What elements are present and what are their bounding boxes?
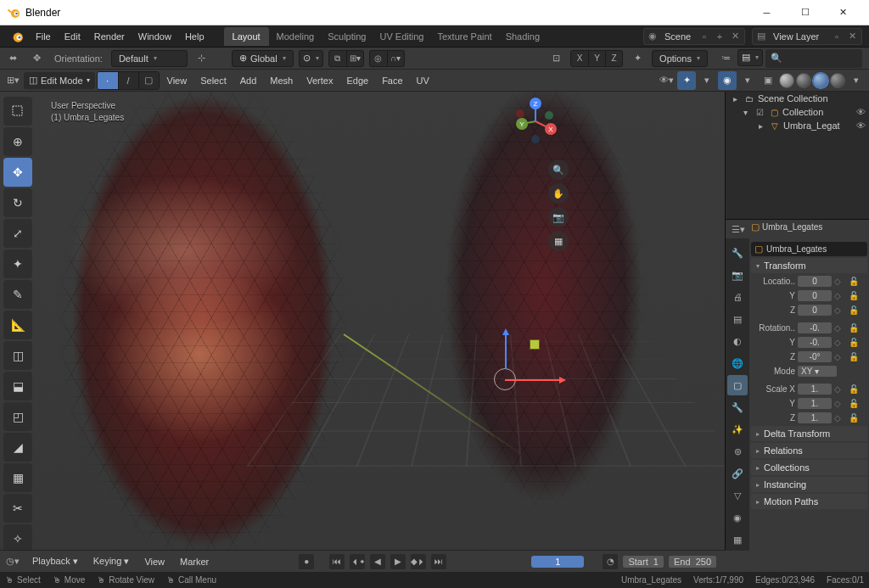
perspective-toggle-icon[interactable]: ▦ (548, 231, 569, 251)
bevel-tool[interactable]: ◢ (3, 433, 32, 462)
mode-selector[interactable]: ◫ Edit Mode ▾ (24, 72, 95, 89)
props-tab-object[interactable]: ▢ (727, 375, 748, 395)
viewlayer-delete-icon[interactable]: ✕ (844, 29, 860, 44)
select-box-tool[interactable] (3, 97, 32, 126)
visibility-eye-icon[interactable]: 👁 (856, 120, 866, 131)
workspace-tab-uvediting[interactable]: UV Editing (373, 25, 430, 48)
lock-icon[interactable]: 🔓 (849, 277, 861, 286)
keyframe-icon[interactable]: ◇ (834, 277, 846, 286)
jump-start-icon[interactable]: ⏮ (329, 554, 345, 569)
pan-icon[interactable]: ✋ (548, 183, 569, 204)
rotation-x-input[interactable]: -0. (798, 322, 832, 333)
scene-delete-icon[interactable]: ✕ (727, 29, 743, 44)
header-edge-menu[interactable]: Edge (340, 70, 374, 91)
shading-wireframe-icon[interactable] (779, 73, 794, 88)
lock-icon[interactable]: 🔓 (849, 399, 861, 408)
playback-menu[interactable]: Playback ▾ (27, 556, 83, 567)
props-tab-data[interactable]: ▽ (727, 485, 748, 506)
header-add-menu[interactable]: Add (234, 70, 263, 91)
keyframe-icon[interactable]: ◇ (834, 323, 846, 333)
lock-icon[interactable]: 🔓 (849, 384, 861, 394)
transform-tool[interactable]: ✦ (3, 249, 32, 278)
end-frame-input[interactable]: End 250 (669, 556, 716, 568)
outliner-display-dropdown[interactable]: ▤ (737, 49, 763, 66)
shading-solid-icon[interactable] (796, 73, 811, 88)
edge-select-icon[interactable]: / (118, 72, 138, 89)
drag-tool-icon[interactable]: ⊹ (193, 49, 211, 68)
orientation-dropdown[interactable]: Default (111, 50, 188, 67)
jump-end-icon[interactable]: ⏭ (431, 554, 446, 569)
header-uv-menu[interactable]: UV (411, 70, 435, 91)
outliner-scene-row[interactable]: ▸ 🗀 Scene Collection (726, 92, 869, 105)
workspace-tab-texturepaint[interactable]: Texture Paint (430, 25, 498, 48)
props-object-pill[interactable]: ▢ Umbra_Legates (751, 221, 866, 237)
tool-drag-icon[interactable]: ⬌ (3, 49, 22, 68)
workspace-tab-shading[interactable]: Shading (499, 25, 547, 48)
location-z-input[interactable]: 0 (798, 305, 832, 316)
search-icon[interactable]: 🔍 (765, 49, 862, 68)
pivot-dropdown[interactable]: ⊙ (299, 50, 323, 67)
editortype-icon[interactable]: ⊞▾ (3, 71, 22, 90)
snap-group[interactable]: ⧉ ⊞▾ (328, 50, 364, 67)
keyframe-prev-icon[interactable]: ⏴◆ (350, 554, 365, 569)
transform-orientation-dropdown[interactable]: ⊕Global (232, 50, 294, 67)
scale-x-input[interactable]: 1. (798, 384, 832, 395)
keyframe-icon[interactable]: ◇ (834, 413, 846, 423)
rotate-tool[interactable]: ↻ (3, 188, 32, 217)
camera-icon[interactable]: 📷 (548, 207, 569, 227)
gizmo-x-axis[interactable] (505, 379, 564, 381)
xray-icon[interactable]: ▣ (759, 71, 777, 90)
outliner-editortype-icon[interactable]: ≔ (716, 49, 735, 68)
props-data-pill[interactable]: ▢ Umbra_Legates (751, 242, 867, 256)
keyframe-icon[interactable]: ◇ (834, 291, 846, 300)
keyframe-icon[interactable]: ◇ (834, 399, 846, 408)
zoom-icon[interactable]: 🔍 (548, 160, 569, 180)
overlay-toggle-icon[interactable]: ◉ (718, 71, 737, 90)
workspace-tab-modeling[interactable]: Modeling (270, 25, 322, 48)
lock-icon[interactable]: 🔓 (849, 338, 861, 347)
keyframe-icon[interactable]: ◇ (834, 305, 846, 315)
workspace-tab-sculpting[interactable]: Sculpting (321, 25, 373, 48)
timeline-marker-menu[interactable]: Marker (175, 557, 214, 567)
inset-tool[interactable]: ◰ (3, 402, 32, 431)
instancing-panel[interactable]: Instancing (751, 477, 867, 492)
automerge-icon[interactable]: ✦ (628, 49, 647, 68)
header-mesh-menu[interactable]: Mesh (264, 70, 299, 91)
menu-edit[interactable]: Edit (58, 25, 87, 47)
header-select-menu[interactable]: Select (194, 70, 233, 91)
tool-move-icon[interactable]: ✥ (27, 49, 46, 68)
play-icon[interactable]: ▶ (390, 554, 406, 569)
play-reverse-icon[interactable]: ◀ (370, 554, 385, 569)
lock-icon[interactable]: 🔓 (849, 413, 861, 423)
disclosure-icon[interactable]: ▾ (739, 108, 751, 117)
snap-toggle-icon[interactable]: ⧉ (329, 51, 346, 66)
props-tab-render[interactable]: 📷 (727, 265, 748, 285)
header-view-menu[interactable]: View (161, 70, 193, 91)
preview-range-icon[interactable]: ◔ (603, 554, 618, 569)
knife-tool[interactable]: ✂ (3, 494, 32, 523)
props-tab-world[interactable]: 🌐 (727, 353, 748, 373)
face-select-icon[interactable]: ▢ (138, 72, 159, 89)
props-tab-particles[interactable]: ✨ (727, 419, 748, 440)
props-tab-modifiers[interactable]: 🔧 (727, 397, 748, 417)
lock-icon[interactable]: 🔓 (849, 323, 861, 333)
viewlayer-selector[interactable]: ▤ View Layer ▫ ✕ (752, 28, 862, 45)
keying-menu[interactable]: Keying ▾ (88, 556, 135, 567)
keyframe-next-icon[interactable]: ◆⏵ (411, 554, 426, 569)
transform-panel-header[interactable]: Transform (751, 258, 867, 273)
collections-panel[interactable]: Collections (751, 460, 867, 475)
window-close-button[interactable]: ✕ (824, 0, 862, 25)
window-minimize-button[interactable]: ─ (748, 0, 786, 25)
timeline-editortype-icon[interactable]: ◷▾ (3, 552, 22, 571)
proportional-type-icon[interactable]: ∩▾ (387, 51, 404, 66)
props-tab-scene[interactable]: ◐ (727, 331, 748, 351)
menu-help[interactable]: Help (178, 25, 211, 47)
scene-browse-icon[interactable]: ▫ (697, 29, 712, 44)
proportional-group[interactable]: ◎ ∩▾ (369, 50, 405, 67)
loopcut-tool[interactable]: ▦ (3, 463, 32, 492)
scale-y-input[interactable]: 1. (798, 398, 832, 409)
scale-z-input[interactable]: 1. (798, 412, 832, 423)
extrude-tool[interactable]: ⬓ (3, 372, 32, 400)
props-tab-texture[interactable]: ▦ (727, 529, 748, 550)
rotation-mode-dropdown[interactable]: XY ▾ (798, 366, 837, 377)
